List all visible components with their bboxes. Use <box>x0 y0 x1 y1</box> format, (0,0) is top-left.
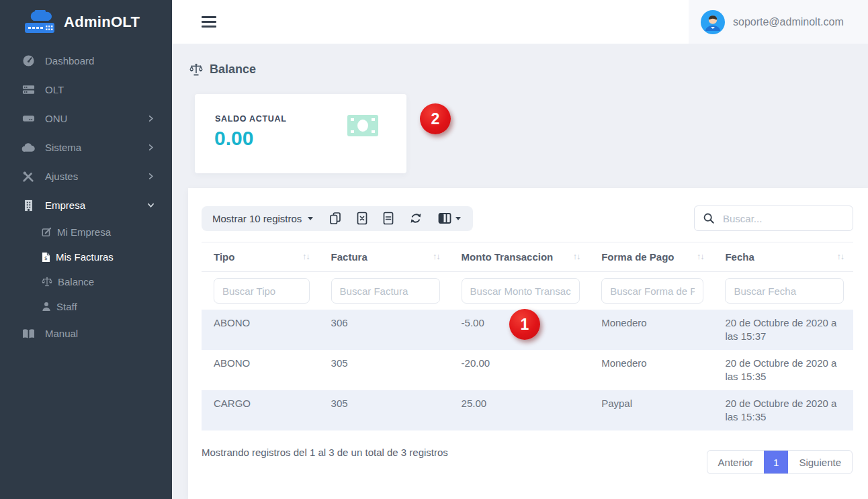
cell-fecha: 20 de Octubre de 2020 a las 15:37 <box>713 310 853 350</box>
cell-factura: 306 <box>319 310 449 350</box>
user-icon <box>42 302 51 312</box>
server-icon <box>20 83 36 96</box>
page-length-dropdown[interactable]: Mostrar 10 registros <box>212 213 313 224</box>
sidebar-item-ajustes[interactable]: Ajustes <box>0 162 172 191</box>
submenu-item-label: Mis Facturas <box>56 251 114 263</box>
column-visibility-button[interactable] <box>438 212 461 224</box>
filter-fecha-input[interactable] <box>725 278 844 304</box>
cell-tipo: ABONO <box>202 350 319 390</box>
scales-icon <box>189 63 203 76</box>
sidebar-item-mi-empresa[interactable]: Mi Empresa <box>0 220 172 244</box>
export-buttons <box>329 212 461 225</box>
app-window: AdminOLT Dashboard OLT ONU <box>0 0 868 499</box>
cell-fecha: 20 de Octubre de 2020 a las 15:35 <box>713 350 853 390</box>
page-title-text: Balance <box>210 62 256 77</box>
sidebar-item-empresa[interactable]: Empresa <box>0 191 172 220</box>
cloud-icon <box>20 142 36 153</box>
column-header-tipo[interactable]: ↑↓Tipo <box>202 242 319 272</box>
sidebar-item-sistema[interactable]: Sistema <box>0 133 172 162</box>
table-search <box>694 206 853 231</box>
cell-factura: 305 <box>319 350 449 390</box>
svg-text:$: $ <box>44 255 48 261</box>
sidebar-menu: Dashboard OLT ONU <box>0 44 172 348</box>
chevron-right-icon <box>147 144 155 151</box>
pagination: Anterior 1 Siguiente <box>707 450 853 474</box>
sidebar: AdminOLT Dashboard OLT ONU <box>0 0 172 499</box>
page-content: Balance SALDO ACTUAL 0.00 Mostrar 10 reg… <box>172 44 868 499</box>
sidebar-item-staff[interactable]: Staff <box>0 294 172 319</box>
caret-down-icon <box>455 217 461 220</box>
sidebar-item-manual[interactable]: Manual <box>0 319 172 348</box>
book-icon <box>20 328 36 339</box>
search-icon <box>703 212 715 224</box>
chevron-right-icon <box>147 115 155 122</box>
cell-forma: Monedero <box>589 310 713 350</box>
pagination-page-1[interactable]: 1 <box>764 451 788 473</box>
file-export-button[interactable] <box>383 212 394 225</box>
excel-export-button[interactable] <box>357 212 367 225</box>
pagination-next-button[interactable]: Siguiente <box>788 451 852 473</box>
filter-tipo-input[interactable] <box>214 278 310 304</box>
sidebar-item-label: Sistema <box>45 142 147 153</box>
sidebar-item-mis-facturas[interactable]: $ Mis Facturas <box>0 244 172 269</box>
cell-forma: Monedero <box>589 350 713 390</box>
search-input[interactable] <box>722 212 844 225</box>
toolbar-pill: Mostrar 10 registros <box>202 206 473 231</box>
sidebar-item-onu[interactable]: ONU <box>0 104 172 133</box>
sort-icon: ↑↓ <box>302 252 310 261</box>
sidebar-item-label: Dashboard <box>45 55 155 66</box>
cell-factura: 305 <box>319 390 449 430</box>
annotation-badge-2: 2 <box>420 103 451 134</box>
annotation-badge-1: 1 <box>509 309 540 340</box>
device-icon <box>20 112 36 125</box>
table-row: ABONO 305 -20.00 Monedero 20 de Octubre … <box>202 350 853 390</box>
invoice-icon: $ <box>42 252 50 263</box>
brand[interactable]: AdminOLT <box>0 0 172 44</box>
table-row: CARGO 305 25.00 Paypal 20 de Octubre de … <box>202 390 853 430</box>
hamburger-menu-icon[interactable] <box>202 13 216 30</box>
filter-monto-input[interactable] <box>462 278 580 304</box>
chevron-down-icon <box>147 201 155 209</box>
speedometer-icon <box>20 54 36 67</box>
saldo-card: SALDO ACTUAL 0.00 <box>195 94 406 173</box>
cell-tipo: CARGO <box>202 390 319 430</box>
money-bill-icon <box>347 115 378 136</box>
filter-factura-input[interactable] <box>331 278 440 304</box>
sidebar-item-olt[interactable]: OLT <box>0 75 172 104</box>
cell-tipo: ABONO <box>202 310 319 350</box>
column-header-forma-pago[interactable]: ↑↓Forma de Pago <box>589 242 713 272</box>
sidebar-item-label: Ajustes <box>45 171 147 182</box>
page-length-label: Mostrar 10 registros <box>212 213 302 224</box>
chevron-right-icon <box>147 173 155 180</box>
building-icon <box>20 199 36 212</box>
table-header-row: ↑↓Tipo ↑↓Factura ↑↓Monto Transaccion ↑↓F… <box>202 242 853 272</box>
sidebar-item-label: ONU <box>45 113 147 124</box>
sidebar-item-label: Empresa <box>45 199 147 211</box>
table-toolbar: Mostrar 10 registros <box>202 206 853 231</box>
sidebar-item-balance[interactable]: Balance <box>0 269 172 294</box>
avatar <box>701 10 725 34</box>
sidebar-item-label: OLT <box>45 84 155 95</box>
sort-icon: ↑↓ <box>837 252 844 261</box>
sort-icon: ↑↓ <box>433 252 440 261</box>
cell-forma: Paypal <box>589 390 713 430</box>
filter-forma-pago-input[interactable] <box>601 278 703 304</box>
copy-button[interactable] <box>329 212 341 225</box>
sidebar-item-dashboard[interactable]: Dashboard <box>0 46 172 75</box>
user-email: soporte@adminolt.com <box>733 16 844 28</box>
table-filter-row <box>202 272 853 310</box>
submenu-item-label: Staff <box>56 301 77 312</box>
column-header-factura[interactable]: ↑↓Factura <box>319 242 449 272</box>
scales-icon <box>42 277 52 287</box>
adminolt-logo-icon <box>24 10 58 34</box>
empresa-submenu: Mi Empresa $ Mis Facturas Balance <box>0 220 172 319</box>
cell-fecha: 20 de Octubre de 2020 a las 15:35 <box>713 390 853 430</box>
pagination-prev-button[interactable]: Anterior <box>707 451 765 473</box>
refresh-button[interactable] <box>409 212 423 225</box>
page-title: Balance <box>189 62 868 77</box>
sidebar-item-label: Manual <box>45 328 155 339</box>
user-menu[interactable]: soporte@adminolt.com <box>689 0 868 44</box>
column-header-monto[interactable]: ↑↓Monto Transaccion <box>449 242 590 272</box>
column-header-fecha[interactable]: ↑↓Fecha <box>713 242 853 272</box>
cell-monto: 25.00 <box>449 390 590 430</box>
